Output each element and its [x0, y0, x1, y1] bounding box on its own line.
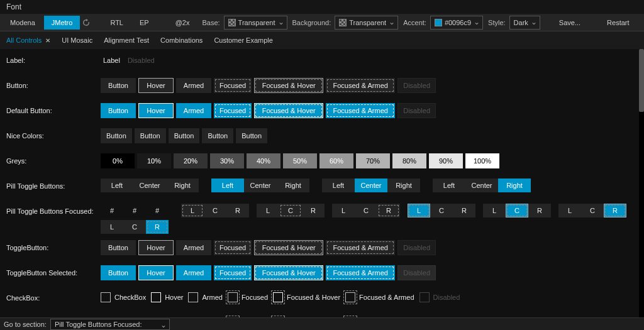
base-select[interactable]: Transparent [224, 16, 287, 30]
close-icon[interactable]: ✕ [45, 37, 50, 44]
nice-color-button[interactable]: Button [169, 128, 200, 143]
pill-segment[interactable]: R [528, 204, 551, 217]
theme-jmetro-button[interactable]: JMetro [44, 16, 80, 30]
button-focused-armed[interactable]: Focused & Armed [326, 78, 395, 93]
pill-segment[interactable]: Center [355, 179, 387, 192]
tab-combinations[interactable]: Combinations [160, 36, 203, 44]
tab-customer-example[interactable]: Customer Example [214, 36, 273, 44]
at2x-button[interactable]: @2x [168, 16, 197, 30]
button-hover[interactable]: Hover [138, 78, 174, 93]
default-button-hover[interactable]: Hover [138, 103, 174, 118]
checkbox[interactable]: CheckBox [101, 290, 148, 304]
pill-segment[interactable]: L [408, 204, 430, 217]
scrollbar-thumb[interactable] [639, 49, 644, 112]
pill-segment[interactable]: C [430, 204, 453, 217]
pill-segment[interactable]: Left [211, 179, 244, 192]
pill-segment[interactable]: C [123, 220, 146, 234]
pill-segment[interactable]: C [581, 204, 604, 217]
default-button-normal[interactable]: Button [101, 103, 136, 118]
toggle-sel-armed[interactable]: Armed [176, 265, 211, 280]
save-button[interactable]: Save... [552, 16, 588, 30]
pill-segment[interactable]: C [506, 204, 528, 217]
nice-color-button[interactable]: Button [101, 128, 132, 143]
button-armed[interactable]: Armed [176, 78, 211, 93]
ep-button[interactable]: EP [132, 16, 157, 30]
style-select[interactable]: Dark [509, 16, 540, 30]
pill-segment[interactable]: R [226, 204, 249, 217]
grey-swatch[interactable]: 70% [356, 153, 390, 168]
grey-swatch[interactable]: 50% [283, 153, 317, 168]
checkbox[interactable]: Focused & Hover [273, 290, 343, 304]
grey-swatch[interactable]: 20% [174, 153, 208, 168]
checkbox[interactable]: Focused [228, 290, 270, 304]
grey-swatch[interactable]: 0% [101, 153, 135, 168]
default-button-armed[interactable]: Armed [176, 103, 211, 118]
menu-font[interactable]: Font [6, 3, 21, 11]
pill-segment[interactable]: Right [498, 179, 531, 192]
theme-modena-button[interactable]: Modena [3, 16, 43, 30]
pill-segment[interactable]: Right [387, 179, 420, 192]
grey-swatch[interactable]: 80% [392, 153, 426, 168]
pill-segment[interactable]: C [355, 204, 377, 217]
toggle-sel-focused[interactable]: Focused [214, 265, 252, 280]
pill-segment[interactable]: L [558, 204, 581, 217]
tab-ui-mosaic[interactable]: UI Mosaic [62, 36, 92, 44]
checkbox[interactable]: Hover [151, 290, 186, 304]
button-focused-hover[interactable]: Focused & Hover [254, 78, 323, 93]
toggle-armed[interactable]: Armed [176, 240, 211, 255]
toggle-focused-hover[interactable]: Focused & Hover [254, 240, 323, 255]
accent-select[interactable]: #0096c9 [430, 16, 483, 30]
grey-swatch[interactable]: 60% [319, 153, 353, 168]
pill-hash-segment[interactable]: # [146, 204, 169, 217]
nice-color-button[interactable]: Button [202, 128, 233, 143]
default-button-focused-armed[interactable]: Focused & Armed [326, 103, 395, 118]
grey-swatch[interactable]: 100% [465, 153, 499, 168]
pill-segment[interactable]: L [257, 204, 279, 217]
pill-segment[interactable]: Right [166, 179, 199, 192]
grey-swatch[interactable]: 90% [429, 153, 463, 168]
pill-segment[interactable]: R [377, 204, 400, 217]
pill-hash-segment[interactable]: # [101, 204, 123, 217]
default-button-focused-hover[interactable]: Focused & Hover [254, 103, 323, 118]
nice-color-button[interactable]: Button [135, 128, 166, 143]
pill-segment[interactable]: Left [101, 179, 133, 192]
nice-color-button[interactable]: Button [236, 128, 267, 143]
toggle-focused[interactable]: Focused [214, 240, 252, 255]
checkbox[interactable]: Focused & Armed [345, 290, 416, 304]
pill-segment[interactable]: R [146, 220, 169, 234]
background-select[interactable]: Transparent [335, 16, 398, 30]
toggle-normal[interactable]: Button [101, 240, 136, 255]
button-focused[interactable]: Focused [214, 78, 252, 93]
default-button-focused[interactable]: Focused [214, 103, 252, 118]
grey-swatch[interactable]: 40% [247, 153, 280, 168]
rtl-button[interactable]: RTL [103, 16, 131, 30]
pill-segment[interactable]: L [181, 204, 204, 217]
grey-swatch[interactable]: 10% [137, 153, 171, 168]
pill-segment[interactable]: R [302, 204, 325, 217]
pill-segment[interactable]: Center [133, 179, 166, 192]
toggle-focused-armed[interactable]: Focused & Armed [326, 240, 395, 255]
pill-segment[interactable]: Left [322, 179, 355, 192]
tab-alignment-test[interactable]: Alignment Test [104, 36, 149, 44]
pill-hash-segment[interactable]: # [123, 204, 146, 217]
toggle-sel-hover[interactable]: Hover [138, 265, 174, 280]
pill-segment[interactable]: L [101, 220, 123, 234]
pill-segment[interactable]: C [204, 204, 226, 217]
pill-segment[interactable]: C [279, 204, 302, 217]
pill-segment[interactable]: Center [465, 179, 498, 192]
goto-section-select[interactable]: Pill Toggle Buttons Focused: [50, 319, 170, 330]
pill-segment[interactable]: Center [244, 179, 277, 192]
grey-swatch[interactable]: 30% [210, 153, 244, 168]
pill-segment[interactable]: Left [433, 179, 465, 192]
toggle-hover[interactable]: Hover [138, 240, 174, 255]
checkbox[interactable]: Armed [188, 290, 225, 304]
toggle-sel-normal[interactable]: Button [101, 265, 136, 280]
button-normal[interactable]: Button [101, 78, 136, 93]
restart-button[interactable]: Restart [599, 16, 636, 30]
pill-segment[interactable]: L [332, 204, 355, 217]
toggle-sel-focused-hover[interactable]: Focused & Hover [254, 265, 323, 280]
refresh-icon[interactable] [81, 18, 91, 28]
pill-segment[interactable]: Right [277, 179, 309, 192]
pill-segment[interactable]: R [604, 204, 626, 217]
pill-segment[interactable]: L [483, 204, 506, 217]
